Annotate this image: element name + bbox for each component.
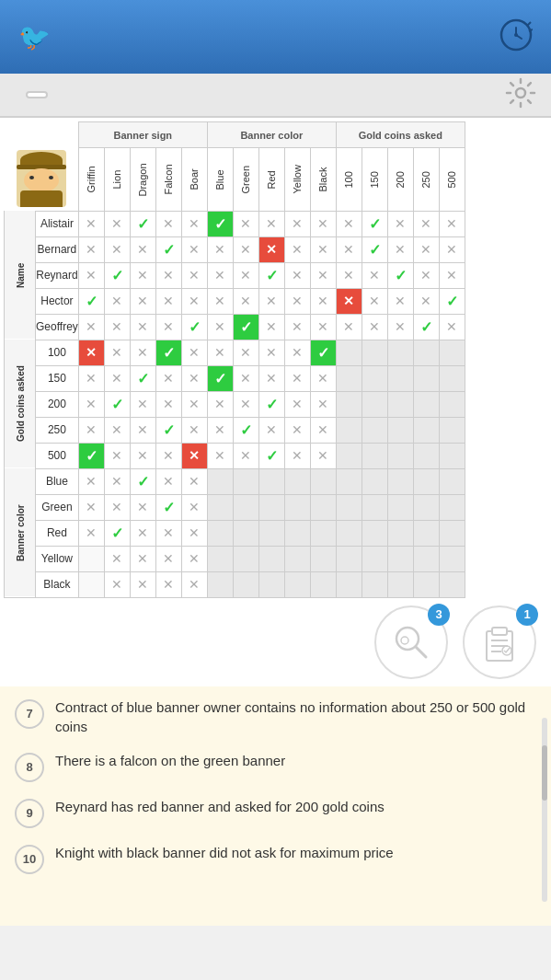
- cross-cell[interactable]: ✕: [181, 365, 207, 391]
- cross-cell[interactable]: ✕: [130, 494, 155, 520]
- cross-cell[interactable]: ✕: [207, 236, 233, 262]
- cross-cell[interactable]: ✕: [155, 365, 181, 391]
- cross-cell[interactable]: ✕: [104, 211, 130, 236]
- check-green-bg-cell[interactable]: ✓: [207, 365, 233, 391]
- cross-cell[interactable]: ✕: [78, 494, 104, 520]
- cross-cell[interactable]: ✕: [387, 314, 413, 340]
- cross-cell[interactable]: ✕: [439, 236, 465, 262]
- clipboard-circle[interactable]: 1: [463, 605, 536, 679]
- cross-cell[interactable]: ✕: [258, 417, 284, 443]
- cross-cell[interactable]: ✕: [387, 236, 413, 262]
- check-cell[interactable]: ✓: [362, 211, 387, 236]
- cross-cell[interactable]: ✕: [104, 340, 130, 365]
- cross-cell[interactable]: ✕: [181, 468, 207, 494]
- cross-cell[interactable]: ✕: [155, 546, 181, 571]
- cross-cell[interactable]: ✕: [284, 314, 310, 340]
- cross-cell[interactable]: ✕: [155, 520, 181, 546]
- cross-cell[interactable]: ✕: [336, 236, 362, 262]
- cross-cell[interactable]: ✕: [181, 520, 207, 546]
- cross-cell[interactable]: ✕: [155, 288, 181, 314]
- cross-cell[interactable]: ✕: [104, 571, 130, 597]
- cross-cell[interactable]: ✕: [310, 211, 336, 236]
- cross-cell[interactable]: ✕: [104, 417, 130, 443]
- check-cell[interactable]: ✓: [181, 314, 207, 340]
- cross-cell[interactable]: ✕: [104, 365, 130, 391]
- cross-cell[interactable]: ✕: [258, 314, 284, 340]
- cross-cell[interactable]: ✕: [78, 520, 104, 546]
- cross-cell[interactable]: ✕: [155, 468, 181, 494]
- cross-cell[interactable]: ✕: [104, 546, 130, 571]
- settings-icon[interactable]: [505, 77, 536, 112]
- check-cell[interactable]: ✓: [413, 314, 439, 340]
- cross-cell[interactable]: ✕: [78, 314, 104, 340]
- cross-cell[interactable]: ✕: [207, 288, 233, 314]
- cross-red-cell[interactable]: ✕: [181, 443, 207, 468]
- cross-cell[interactable]: ✕: [104, 314, 130, 340]
- cross-cell[interactable]: ✕: [104, 236, 130, 262]
- cross-cell[interactable]: ✕: [387, 211, 413, 236]
- cross-cell[interactable]: ✕: [310, 314, 336, 340]
- cross-cell[interactable]: ✕: [413, 211, 439, 236]
- cross-cell[interactable]: ✕: [155, 391, 181, 417]
- cross-cell[interactable]: ✕: [130, 288, 155, 314]
- check-cell[interactable]: ✓: [258, 391, 284, 417]
- cross-cell[interactable]: ✕: [130, 314, 155, 340]
- cross-cell[interactable]: ✕: [233, 340, 258, 365]
- cross-cell[interactable]: ✕: [258, 365, 284, 391]
- scrollbar-track[interactable]: [542, 718, 547, 902]
- cross-cell[interactable]: ✕: [336, 314, 362, 340]
- cross-cell[interactable]: ✕: [207, 417, 233, 443]
- cross-cell[interactable]: ✕: [181, 211, 207, 236]
- cross-cell[interactable]: ✕: [439, 314, 465, 340]
- cross-cell[interactable]: ✕: [104, 468, 130, 494]
- cross-cell[interactable]: ✕: [130, 236, 155, 262]
- empty-cell[interactable]: [78, 571, 104, 597]
- check-cell[interactable]: ✓: [387, 262, 413, 288]
- check-cell[interactable]: ✓: [233, 417, 258, 443]
- cross-cell[interactable]: ✕: [78, 391, 104, 417]
- check-cell[interactable]: ✓: [155, 494, 181, 520]
- cross-cell[interactable]: ✕: [362, 314, 387, 340]
- cross-cell[interactable]: ✕: [258, 211, 284, 236]
- check-cell[interactable]: ✓: [104, 520, 130, 546]
- cross-cell[interactable]: ✕: [284, 340, 310, 365]
- check-cell[interactable]: ✓: [78, 288, 104, 314]
- check-cell[interactable]: ✓: [439, 288, 465, 314]
- cross-cell[interactable]: ✕: [310, 236, 336, 262]
- cross-cell[interactable]: ✕: [439, 211, 465, 236]
- cross-cell[interactable]: ✕: [233, 365, 258, 391]
- cross-cell[interactable]: ✕: [413, 288, 439, 314]
- check-cell[interactable]: ✓: [130, 468, 155, 494]
- check-green-bg-cell[interactable]: ✓: [310, 340, 336, 365]
- cross-cell[interactable]: ✕: [413, 236, 439, 262]
- cross-cell[interactable]: ✕: [130, 391, 155, 417]
- cross-cell[interactable]: ✕: [78, 211, 104, 236]
- check-green-bg-cell[interactable]: ✓: [207, 211, 233, 236]
- check-cell[interactable]: ✓: [130, 211, 155, 236]
- cross-red-cell[interactable]: ✕: [258, 236, 284, 262]
- cross-red-cell[interactable]: ✕: [78, 340, 104, 365]
- cross-cell[interactable]: ✕: [310, 417, 336, 443]
- check-cell[interactable]: ✓: [258, 443, 284, 468]
- cross-cell[interactable]: ✕: [155, 314, 181, 340]
- check-cell[interactable]: ✓: [155, 417, 181, 443]
- cross-cell[interactable]: ✕: [310, 365, 336, 391]
- cross-cell[interactable]: ✕: [130, 340, 155, 365]
- check-cell[interactable]: ✓: [130, 365, 155, 391]
- cross-cell[interactable]: ✕: [104, 288, 130, 314]
- empty-cell[interactable]: [78, 546, 104, 571]
- cross-cell[interactable]: ✕: [413, 262, 439, 288]
- cross-cell[interactable]: ✕: [439, 262, 465, 288]
- cross-cell[interactable]: ✕: [310, 262, 336, 288]
- cross-cell[interactable]: ✕: [233, 391, 258, 417]
- cross-cell[interactable]: ✕: [181, 288, 207, 314]
- cross-cell[interactable]: ✕: [362, 288, 387, 314]
- cross-cell[interactable]: ✕: [284, 417, 310, 443]
- cross-cell[interactable]: ✕: [336, 211, 362, 236]
- cross-cell[interactable]: ✕: [78, 365, 104, 391]
- cross-cell[interactable]: ✕: [310, 391, 336, 417]
- cross-cell[interactable]: ✕: [155, 262, 181, 288]
- cross-cell[interactable]: ✕: [284, 443, 310, 468]
- scrollbar-thumb[interactable]: [542, 745, 547, 801]
- cross-cell[interactable]: ✕: [78, 236, 104, 262]
